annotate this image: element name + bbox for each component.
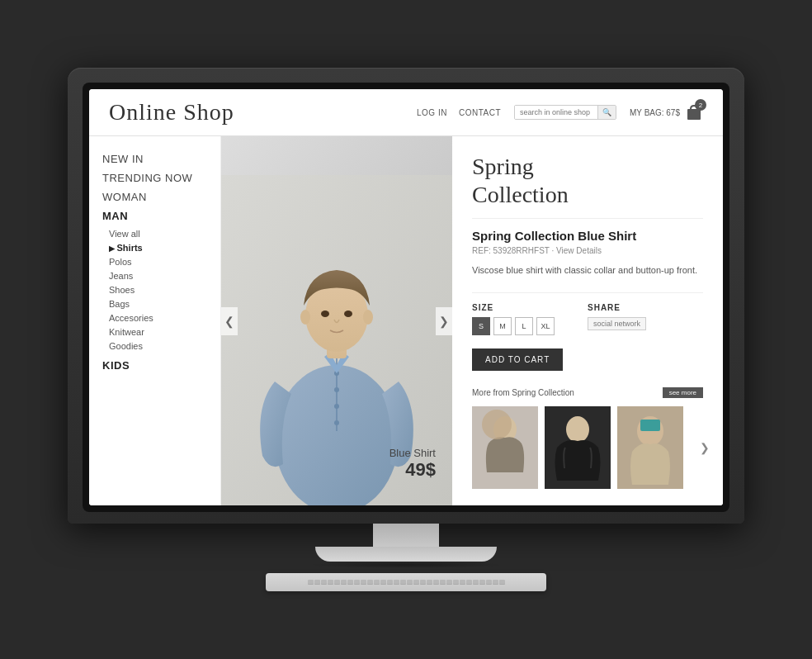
nav-login[interactable]: LOG IN — [417, 108, 447, 117]
sidebar-man-submenu: View all Shirts Polos Jeans Shoes Bags A… — [109, 229, 207, 351]
search-button[interactable]: 🔍 — [597, 106, 616, 119]
key — [334, 580, 340, 584]
bag-area: MY BAG: 67$ 2 — [630, 102, 703, 122]
key — [367, 580, 373, 584]
thumb3-figure — [617, 406, 683, 489]
nav-contact[interactable]: CONTACT — [459, 108, 501, 117]
size-btn-m[interactable]: M — [493, 317, 512, 335]
svg-point-13 — [363, 310, 373, 325]
key — [407, 580, 413, 584]
size-option-group: SIZE S M L XL — [472, 303, 555, 335]
thumbnails-wrapper: ❯ — [472, 406, 703, 489]
monitor-base-shadow — [307, 562, 505, 568]
screen: Online Shop LOG IN CONTACT 🔍 MY BAG: 67$ — [89, 89, 723, 505]
shirt-label: Blue Shirt 49$ — [389, 447, 436, 481]
bag-label: MY BAG: 67$ — [630, 108, 680, 117]
keyboard — [266, 573, 546, 591]
submenu-accesories[interactable]: Accesories — [109, 313, 207, 323]
key — [420, 580, 426, 584]
key — [499, 580, 505, 584]
monitor-neck — [373, 524, 439, 547]
key — [473, 580, 479, 584]
key — [440, 580, 446, 584]
product-image-area: Blue Shirt 49$ ❮ ❯ — [221, 136, 452, 505]
sidebar-kids[interactable]: KIDS — [102, 359, 207, 372]
site-header: Online Shop LOG IN CONTACT 🔍 MY BAG: 67$ — [89, 89, 723, 136]
size-btn-xl[interactable]: XL — [536, 317, 555, 335]
key — [341, 580, 347, 584]
site-body: NEW IN TRENDING NOW WOMAN MAN View all S… — [89, 136, 723, 505]
screen-bezel: Online Shop LOG IN CONTACT 🔍 MY BAG: 67$ — [83, 83, 729, 512]
view-details-link[interactable]: View Details — [556, 246, 602, 255]
add-to-cart-button[interactable]: ADD TO CART — [472, 348, 563, 371]
key — [413, 580, 419, 584]
key — [380, 580, 386, 584]
submenu-knitwear[interactable]: Knitwear — [109, 327, 207, 337]
site-title: Online Shop — [109, 99, 234, 126]
product-thumbnails — [472, 406, 683, 489]
product-image: Blue Shirt 49$ — [221, 136, 452, 505]
search-input[interactable] — [515, 106, 597, 119]
sidebar: NEW IN TRENDING NOW WOMAN MAN View all S… — [89, 136, 221, 505]
share-label: SHARE — [588, 303, 646, 312]
svg-rect-21 — [640, 420, 660, 431]
key — [466, 580, 472, 584]
sidebar-new-in[interactable]: NEW IN — [102, 153, 207, 165]
shirt-name: Blue Shirt — [389, 447, 436, 459]
svg-point-5 — [334, 387, 339, 392]
size-btn-l[interactable]: L — [515, 317, 533, 335]
key — [460, 580, 465, 584]
svg-point-6 — [334, 404, 339, 409]
keyboard-row-1 — [308, 580, 505, 584]
key — [361, 580, 366, 584]
more-label: More from Spring Collection — [472, 388, 574, 397]
divider-2 — [472, 292, 703, 293]
submenu-shoes[interactable]: Shoes — [109, 285, 207, 295]
key — [433, 580, 439, 584]
monitor: Online Shop LOG IN CONTACT 🔍 MY BAG: 67$ — [68, 68, 744, 524]
search-box: 🔍 — [514, 105, 616, 120]
key — [453, 580, 459, 584]
svg-point-18 — [566, 416, 589, 443]
carousel-arrow-right[interactable]: ❯ — [436, 307, 452, 335]
size-label: SIZE — [472, 303, 555, 312]
more-arrow[interactable]: ❯ — [700, 441, 710, 454]
svg-point-12 — [300, 310, 310, 325]
thumbnail-1[interactable] — [472, 406, 538, 489]
sidebar-trending-now[interactable]: TRENDING NOW — [102, 172, 207, 184]
thumbnail-3[interactable] — [617, 406, 683, 489]
key — [374, 580, 380, 584]
divider-1 — [472, 218, 703, 219]
header-right: LOG IN CONTACT 🔍 MY BAG: 67$ — [417, 102, 703, 122]
thumbnail-2[interactable] — [545, 406, 611, 489]
submenu-shirts[interactable]: Shirts — [109, 243, 207, 253]
monitor-base — [315, 547, 497, 562]
bag-icon-wrap[interactable]: 2 — [685, 102, 703, 122]
svg-point-11 — [344, 311, 352, 317]
key — [400, 580, 406, 584]
size-btn-s[interactable]: S — [472, 317, 490, 335]
svg-point-16 — [482, 410, 512, 439]
carousel-arrow-left[interactable]: ❮ — [221, 307, 238, 335]
product-detail: Spring Collection Spring Collection Blue… — [452, 136, 723, 505]
thumb1-figure — [472, 406, 538, 489]
submenu-goodies[interactable]: Goodies — [109, 341, 207, 351]
submenu-bags[interactable]: Bags — [109, 299, 207, 309]
submenu-view-all[interactable]: View all — [109, 229, 207, 239]
key — [321, 580, 327, 584]
key — [394, 580, 399, 584]
submenu-jeans[interactable]: Jeans — [109, 271, 207, 281]
size-buttons: S M L XL — [472, 317, 555, 335]
share-option-group: SHARE social network — [588, 303, 646, 335]
header-nav: LOG IN CONTACT — [417, 108, 501, 117]
sidebar-woman[interactable]: WOMAN — [102, 191, 207, 203]
see-more-button[interactable]: see more — [663, 387, 703, 398]
product-options: SIZE S M L XL SHARE social netwo — [472, 303, 703, 335]
key — [493, 580, 498, 584]
svg-rect-0 — [687, 109, 701, 120]
sidebar-man[interactable]: MAN — [102, 210, 207, 222]
submenu-polos[interactable]: Polos — [109, 257, 207, 267]
thumb2-figure — [545, 406, 611, 489]
key — [314, 580, 320, 584]
social-link[interactable]: social network — [588, 317, 646, 330]
